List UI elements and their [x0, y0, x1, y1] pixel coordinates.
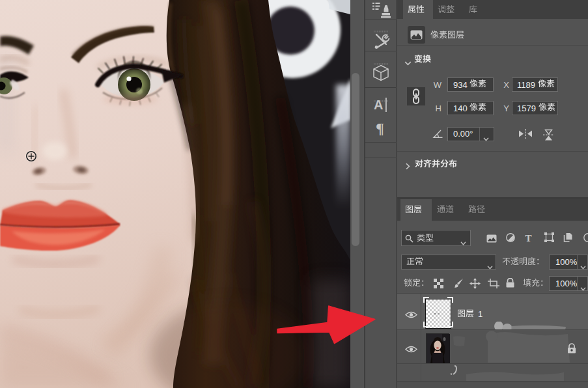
svg-text:¶: ¶: [376, 121, 384, 135]
svg-text:A: A: [374, 98, 383, 112]
svg-text:T: T: [525, 234, 532, 242]
